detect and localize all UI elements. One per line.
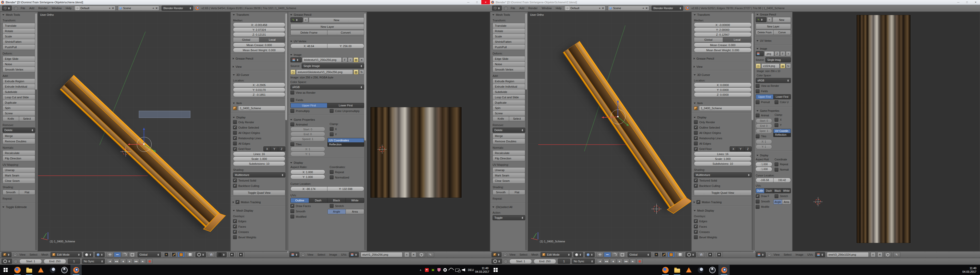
image-paint-button[interactable]: ✎: [427, 252, 434, 257]
top-menu[interactable]: Window: [541, 6, 552, 9]
convert-button[interactable]: Convert: [327, 30, 364, 35]
mode-selector[interactable]: Edit Mode: [51, 252, 82, 257]
collapse-menus-icon[interactable]: [767, 253, 771, 257]
checkbox[interactable]: [775, 123, 778, 127]
tray-volume-icon[interactable]: [461, 268, 466, 272]
checkbox[interactable]: ✓: [694, 184, 698, 188]
editor-type-selector[interactable]: [492, 259, 502, 264]
cursor-location-field[interactable]: X: -0.2905: [233, 82, 285, 87]
uv-draw-mode[interactable]: White: [345, 198, 364, 203]
anim-field[interactable]: Start: 0: [290, 127, 325, 132]
play-reverse-icon[interactable]: ◀: [120, 259, 126, 264]
image-add-icon[interactable]: +: [348, 57, 353, 62]
tool-button[interactable]: Edge Slide: [3, 56, 35, 62]
convert-button[interactable]: Conve: [773, 30, 791, 35]
checkbox[interactable]: [330, 109, 334, 113]
tray-network-icon[interactable]: [455, 268, 460, 272]
opengl-render-button[interactable]: [228, 252, 235, 257]
rotate-manipulator-button[interactable]: [611, 252, 618, 257]
orientation-selector[interactable]: Global: [628, 252, 651, 257]
mesh-display-panel-header[interactable]: Mesh Display: [692, 208, 754, 213]
uv-draw-mode[interactable]: White: [782, 188, 791, 193]
tray-avira-icon[interactable]: ☂: [424, 268, 429, 272]
grid-field[interactable]: Lines: 16: [694, 152, 752, 156]
image-add-icon[interactable]: +: [870, 252, 876, 257]
median-field[interactable]: Y: 2.00000: [694, 27, 752, 32]
source-dropdown[interactable]: Single Image: [302, 63, 364, 68]
checkbox[interactable]: ✓: [233, 230, 237, 234]
top-menu[interactable]: Add: [29, 6, 35, 9]
scale-manipulator-button[interactable]: [619, 252, 626, 257]
checkbox[interactable]: ✓: [694, 136, 698, 140]
manipulator-center[interactable]: [143, 143, 145, 145]
stretch-area-button[interactable]: Area: [345, 209, 364, 214]
checkbox[interactable]: [330, 170, 334, 174]
checkbox[interactable]: [290, 209, 294, 213]
taskbar-blender[interactable]: [718, 265, 730, 275]
scrollbar[interactable]: [285, 13, 287, 250]
header-menu[interactable]: Image: [795, 253, 804, 256]
grease-new-button[interactable]: New: [309, 17, 364, 23]
checkbox[interactable]: [756, 89, 759, 93]
header-menu[interactable]: UVs: [807, 253, 813, 256]
header-menu[interactable]: View: [509, 253, 516, 256]
taskbar-firefox[interactable]: [12, 265, 23, 275]
tool-button[interactable]: Noise: [3, 62, 35, 67]
display-option[interactable]: All Object Origins: [231, 130, 288, 136]
tool-button[interactable]: Merge: [493, 133, 525, 139]
next-keyframe-icon[interactable]: ▶▶: [623, 259, 629, 264]
taskbar-explorer[interactable]: [24, 265, 35, 275]
median-field[interactable]: X: -0.001458: [233, 22, 285, 27]
checkbox[interactable]: [775, 118, 778, 122]
cursor-location-field[interactable]: Y: 0.0000: [694, 87, 752, 92]
median-field[interactable]: Y: 2.07324: [233, 27, 285, 32]
mapping-option-uv[interactable]: UV Coordin: [773, 129, 791, 133]
motion-tracking-panel-header[interactable]: ✓Motion Tracking: [231, 199, 288, 204]
editor-type-selector[interactable]: ⓘ: [2, 6, 12, 11]
grid-field[interactable]: Subdivisions: 10: [233, 161, 285, 166]
tool-button[interactable]: Clear Seam: [493, 178, 525, 183]
tray-nvidia-icon[interactable]: [430, 268, 435, 272]
grease-pencil-panel-header[interactable]: Grease Pencil: [754, 12, 792, 17]
vertex-select-button[interactable]: [653, 252, 660, 257]
tool-button[interactable]: Duplicate: [493, 100, 525, 106]
grid-field[interactable]: Scale: 1.000: [233, 156, 285, 161]
uv-vertex-panel-header[interactable]: UV Vertex: [754, 38, 792, 43]
checkbox[interactable]: ✓: [233, 179, 237, 182]
mode-selector[interactable]: Edit Mode: [541, 252, 572, 257]
image-path-field[interactable]: extures\GleistexturV1_256x256.png: [296, 70, 353, 74]
translate-manipulator-button[interactable]: [114, 252, 121, 257]
snap-element-selector[interactable]: [217, 252, 227, 257]
cursor-x-field[interactable]: -165.58: [756, 178, 773, 183]
checkbox[interactable]: [290, 91, 294, 95]
scene-add-icon[interactable]: +: [152, 6, 154, 9]
checkbox[interactable]: [694, 142, 698, 145]
game-properties-panel-header[interactable]: Game Properties: [754, 108, 792, 113]
checkbox[interactable]: [775, 194, 778, 198]
delete-dropdown[interactable]: Delete: [3, 128, 35, 133]
checkbox[interactable]: [233, 120, 237, 124]
tool-button[interactable]: Screw: [493, 111, 525, 116]
proportional-edit-selector[interactable]: [196, 252, 206, 257]
taskbar-clock[interactable]: 11:49 04.03.2017: [475, 266, 488, 273]
tool-button[interactable]: Flip Direction: [493, 156, 525, 161]
top-menu[interactable]: Window: [51, 6, 62, 9]
tool-button[interactable]: Spin: [493, 105, 525, 111]
scrollbar[interactable]: [752, 13, 753, 250]
item-name-field[interactable]: 1_0400_Schiene: [238, 106, 285, 111]
render-engine-selector[interactable]: Blender Render: [652, 6, 683, 11]
local-button[interactable]: Local: [723, 37, 752, 42]
top-menu[interactable]: Help: [555, 6, 562, 9]
opengl-render-anim-button[interactable]: [237, 252, 245, 257]
opengl-render-anim-button[interactable]: [716, 252, 723, 257]
checkbox[interactable]: [290, 142, 294, 146]
scrollbar[interactable]: [35, 13, 37, 250]
scene-selector[interactable]: Scene +✕: [118, 6, 159, 11]
prev-keyframe-icon[interactable]: ◀◀: [603, 259, 609, 264]
tile-field[interactable]: X: 1: [290, 147, 325, 152]
tool-button[interactable]: Extrude Individual: [493, 84, 525, 89]
pin-button[interactable]: [418, 252, 425, 257]
mesh-display-panel-header[interactable]: Mesh Display: [231, 208, 288, 213]
mesh-tools-panel-header[interactable]: Mesh Tools: [490, 12, 528, 17]
current-frame-field[interactable]: 1: [558, 259, 570, 264]
